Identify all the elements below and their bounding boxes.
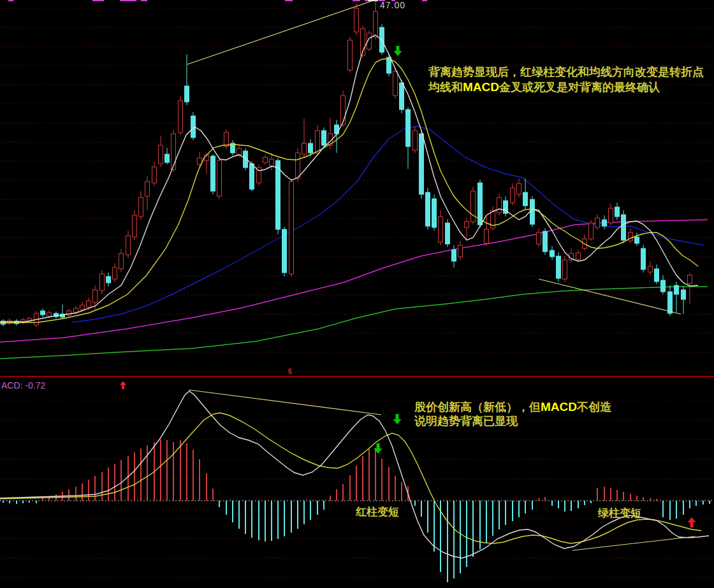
annotation-top-line2-prefix: 均线和	[428, 81, 463, 94]
annotation-divergence-note: 背离趋势显现后，红绿柱变化和均线方向改变是转折点 均线和MACD金叉或死叉是对背…	[428, 66, 704, 96]
macd-highlight-top: MACD	[463, 80, 499, 94]
macd-value-text: ACD: -0.72	[1, 380, 45, 391]
annotation-top-line2-suffix: 金叉或死叉是对背离的最终确认	[499, 81, 660, 94]
annotation-macd-line2-text: 说明趋势背离已显现	[414, 415, 518, 427]
trading-app-chart-window: 47.00 背离趋势显现后，红绿柱变化和均线方向改变是转折点 均线和MACD金叉…	[0, 0, 714, 588]
macd-highlight-bottom: MACD	[541, 400, 577, 413]
annotation-top-line1-text: 背离趋势显现后，红绿柱变化和均线方向改变是转折点	[428, 66, 704, 78]
separator-marker-glyph: ŝ	[288, 367, 292, 375]
red-bars-shorter-label: 红柱变短	[356, 506, 399, 517]
price-high-label: 47.00	[380, 1, 405, 10]
macd-value-readout: ACD: -0.72	[1, 381, 45, 390]
annotation-macd-line2: 说明趋势背离已显现	[414, 415, 611, 430]
green-bars-shorter-label: 绿柱变短	[598, 508, 641, 519]
annotation-top-line2: 均线和MACD金叉或死叉是对背离的最终确认	[428, 81, 704, 96]
annotation-macd-note: 股价创新高（新低），但MACD不创造 说明趋势背离已显现	[414, 401, 611, 430]
annotation-macd-line1: 股价创新高（新低），但MACD不创造	[414, 401, 611, 415]
annotation-top-line1: 背离趋势显现后，红绿柱变化和均线方向改变是转折点	[428, 66, 704, 81]
annotation-macd-line1-suffix: 不创造	[577, 401, 611, 413]
annotation-macd-line1-prefix: 股价创新高（新低），但	[414, 401, 541, 413]
